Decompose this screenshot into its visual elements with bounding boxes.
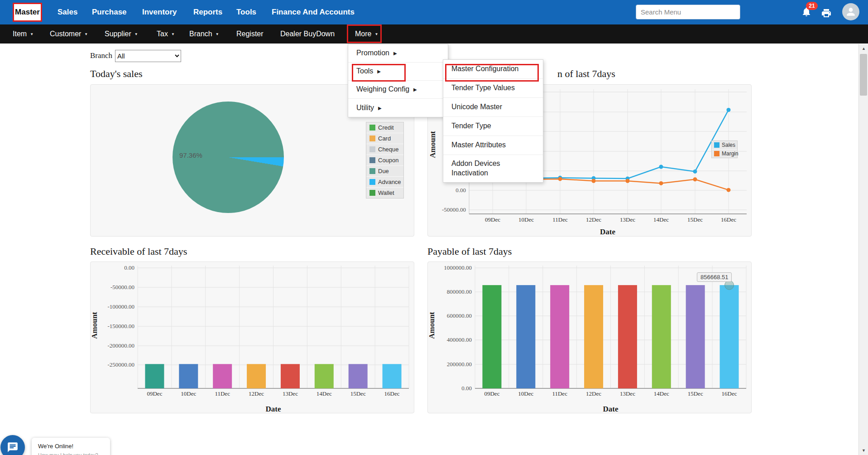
branch-filter-select[interactable]: All [115, 50, 181, 62]
point-margin-11Dec[interactable] [558, 177, 562, 181]
menu-item-tender-type-values[interactable]: Tender Type Values [443, 79, 543, 98]
menu-item-master-configuration[interactable]: Master Configuration [443, 60, 543, 79]
bar-11Dec[interactable] [213, 364, 232, 388]
chart-text: -50000.00 [110, 284, 134, 290]
subnav-item-item[interactable]: Item▼ [13, 24, 34, 44]
menu-item-label: Unicode Master [451, 102, 502, 112]
legend-item-sales[interactable]: Sales [712, 141, 737, 150]
legend-item-cheque[interactable]: Cheque [366, 144, 403, 155]
chat-launcher-button[interactable] [0, 435, 25, 455]
topnav-item-reports[interactable]: Reports [193, 0, 222, 24]
vertical-scrollbar[interactable]: ▲ ▼ [858, 44, 868, 455]
legend-item-card[interactable]: Card [366, 133, 403, 144]
point-margin-15Dec[interactable] [693, 177, 697, 181]
topnav-item-finance-and-accounts[interactable]: Finance And Accounts [272, 0, 355, 24]
chart-text: 16Dec [722, 390, 737, 397]
legend-item-wallet[interactable]: Wallet [366, 188, 403, 198]
legend-label: Card [378, 135, 391, 142]
chevron-down-icon: ▼ [134, 32, 138, 36]
menu-item-weighing-config[interactable]: Weighing Config▶ [348, 81, 448, 99]
point-margin-14Dec[interactable] [659, 181, 663, 185]
subnav-item-customer[interactable]: Customer▼ [50, 24, 88, 44]
point-sales-16Dec[interactable] [727, 108, 731, 112]
chart-text: Amount [428, 131, 437, 158]
subnav-item-label: Register [236, 30, 264, 38]
bar-11Dec[interactable] [550, 285, 569, 388]
submenu-arrow-icon: ▶ [413, 87, 417, 92]
subnav-item-tax[interactable]: Tax▼ [157, 24, 175, 44]
chart-text: 10Dec [518, 216, 534, 223]
bar-12Dec[interactable] [584, 285, 603, 388]
legend-item-advance[interactable]: Advance [366, 177, 403, 188]
chevron-down-icon: ▼ [374, 32, 378, 36]
legend-color-swatch [369, 125, 375, 131]
topnav-item-inventory[interactable]: Inventory [142, 0, 177, 24]
bar-09Dec[interactable] [145, 364, 164, 388]
topnav-item-tools[interactable]: Tools [236, 0, 256, 24]
legend-item-coupon[interactable]: Coupon [366, 155, 403, 166]
legend-label: Advance [378, 179, 401, 185]
legend-item-credit[interactable]: Credit [366, 122, 403, 133]
topnav-item-sales[interactable]: Sales [58, 0, 77, 24]
topnav-item-purchase[interactable]: Purchase [92, 0, 127, 24]
point-sales-15Dec[interactable] [693, 169, 697, 174]
subnav-item-branch[interactable]: Branch▼ [189, 24, 219, 44]
scrollbar-down-arrow[interactable]: ▼ [859, 446, 868, 455]
pie-percentage-label: 97.36% [179, 151, 202, 159]
subnav-item-label: More [355, 30, 371, 38]
menu-item-label: Tender Type [451, 121, 491, 131]
menu-item-tender-type[interactable]: Tender Type [443, 117, 543, 136]
menu-item-unicode-master[interactable]: Unicode Master [443, 98, 543, 117]
subnav-item-label: Tax [157, 30, 168, 38]
bar-15Dec[interactable] [686, 285, 705, 388]
subnav-item-label: Branch [189, 30, 212, 38]
bar-10Dec[interactable] [516, 285, 535, 388]
chart-text: 14Dec [317, 390, 332, 397]
menu-item-master-attributes[interactable]: Master Attributes [443, 136, 543, 155]
point-margin-12Dec[interactable] [592, 179, 596, 183]
bar-15Dec[interactable] [349, 364, 368, 388]
point-margin-13Dec[interactable] [626, 179, 630, 183]
user-avatar[interactable] [842, 3, 859, 20]
bar-14Dec[interactable] [652, 285, 671, 388]
scrollbar-thumb[interactable] [860, 54, 867, 96]
menu-item-addon-devices-inactivation[interactable]: Addon Devices Inactivation [443, 155, 543, 182]
bar-13Dec[interactable] [281, 364, 300, 388]
legend-color-swatch [369, 190, 375, 196]
legend-label: Wallet [378, 189, 394, 196]
bar-13Dec[interactable] [618, 285, 637, 388]
payable-title: Payable of last 7days [427, 246, 512, 257]
legend-item-due[interactable]: Due [366, 166, 403, 177]
bar-14Dec[interactable] [315, 364, 334, 388]
bar-10Dec[interactable] [179, 364, 198, 388]
chart-text: Date [600, 228, 615, 236]
chart-text: 10Dec [518, 390, 533, 397]
legend-color-swatch [714, 142, 719, 148]
chart-text: -50000.00 [442, 206, 466, 213]
print-icon[interactable] [820, 7, 832, 19]
legend-item-margin[interactable]: Margin [712, 150, 737, 158]
chart-text: 13Dec [620, 390, 635, 397]
subnav-item-register[interactable]: Register [236, 24, 264, 44]
bar-16Dec[interactable] [383, 364, 402, 388]
point-sales-14Dec[interactable] [659, 165, 663, 169]
bar-16Dec[interactable] [720, 285, 739, 388]
scrollbar-up-arrow[interactable]: ▲ [859, 44, 868, 53]
menu-item-utility[interactable]: Utility▶ [348, 99, 448, 117]
subnav-item-more[interactable]: More▼ [355, 24, 378, 44]
menu-item-promotion[interactable]: Promotion▶ [348, 44, 448, 63]
bar-09Dec[interactable] [482, 285, 501, 388]
menu-item-tools[interactable]: Tools▶ [348, 63, 448, 81]
topnav-item-master[interactable]: Master [13, 3, 42, 22]
point-margin-16Dec[interactable] [727, 188, 731, 192]
chart-text: 13Dec [620, 216, 635, 223]
chevron-down-icon: ▼ [30, 32, 34, 36]
legend-label: Credit [378, 124, 394, 131]
chart-text: -250000.00 [107, 361, 134, 368]
subnav-item-supplier[interactable]: Supplier▼ [105, 24, 138, 44]
menu-item-label: Utility [356, 103, 374, 113]
legend-label: Sales [722, 142, 735, 148]
bar-12Dec[interactable] [247, 364, 266, 388]
search-menu-input[interactable] [636, 5, 740, 19]
subnav-item-dealer-buydown[interactable]: Dealer BuyDown [280, 24, 335, 44]
